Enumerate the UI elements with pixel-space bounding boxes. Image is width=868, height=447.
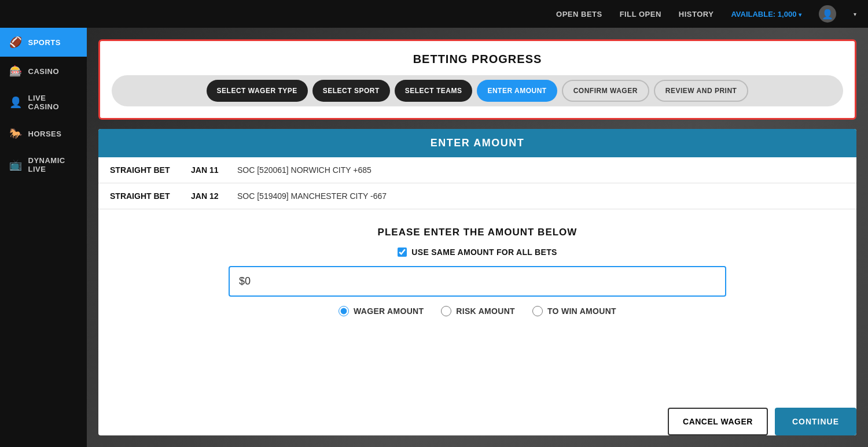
- sidebar-item-label-live-casino: LIVE CASINO: [28, 94, 78, 111]
- bet-desc-1: SOC [520061] NORWICH CITY +685: [237, 165, 372, 175]
- steps-row: SELECT WAGER TYPE SELECT SPORT SELECT TE…: [112, 75, 843, 106]
- bet-date-2: JAN 12: [191, 191, 226, 201]
- sidebar-item-dynamic-live[interactable]: 📺 DYNAMIC LIVE: [0, 148, 87, 182]
- sports-icon: 🏈: [9, 36, 23, 49]
- radio-risk-amount[interactable]: RISK AMOUNT: [441, 306, 515, 316]
- radio-wager-amount[interactable]: WAGER AMOUNT: [339, 306, 424, 316]
- betting-progress-box: BETTING PROGRESS SELECT WAGER TYPE SELEC…: [98, 39, 856, 120]
- sidebar-item-live-casino[interactable]: 👤 LIVE CASINO: [0, 86, 87, 119]
- please-enter-title: PLEASE ENTER THE AMOUNT BELOW: [378, 227, 578, 238]
- amount-input[interactable]: [229, 266, 726, 297]
- footer-buttons: CANCEL WAGER CONTINUE: [98, 396, 856, 435]
- enter-amount-panel: ENTER AMOUNT STRAIGHT BET JAN 11 SOC [52…: [98, 129, 856, 435]
- step-select-teams[interactable]: SELECT TEAMS: [395, 80, 473, 102]
- available-balance: AVAILABLE: 1,000 ▾: [731, 10, 801, 19]
- bet-desc-2: SOC [519409] MANCHESTER CITY -667: [237, 191, 387, 201]
- sidebar-item-horses[interactable]: 🐎 HORSES: [0, 119, 87, 148]
- user-avatar[interactable]: 👤: [819, 5, 836, 23]
- sidebar-item-label-horses: HORSES: [28, 130, 62, 138]
- user-dropdown-arrow[interactable]: ▾: [854, 11, 856, 17]
- live-casino-icon: 👤: [9, 96, 23, 109]
- content-wrapper: BETTING PROGRESS SELECT WAGER TYPE SELEC…: [87, 28, 868, 447]
- fill-open-nav[interactable]: FILL OPEN: [620, 10, 661, 19]
- top-navigation: OPEN BETS FILL OPEN HISTORY AVAILABLE: 1…: [0, 0, 868, 28]
- radio-risk-amount-label: RISK AMOUNT: [456, 306, 515, 316]
- sidebar-item-label-casino: CASINO: [28, 67, 60, 76]
- radio-to-win-amount-label: TO WIN AMOUNT: [547, 306, 616, 316]
- radio-to-win-amount-input[interactable]: [532, 306, 543, 316]
- history-nav[interactable]: HISTORY: [679, 10, 714, 19]
- casino-icon: 🎰: [9, 65, 23, 77]
- radio-risk-amount-input[interactable]: [441, 306, 451, 316]
- bet-row-2: STRAIGHT BET JAN 12 SOC [519409] MANCHES…: [98, 183, 856, 209]
- same-amount-checkbox[interactable]: [398, 247, 407, 257]
- amount-section: PLEASE ENTER THE AMOUNT BELOW USE SAME A…: [98, 209, 856, 328]
- step-review-and-print[interactable]: REVIEW AND PRINT: [654, 80, 749, 102]
- sidebar-item-sports[interactable]: 🏈 SPORTS: [0, 28, 87, 57]
- open-bets-nav[interactable]: OPEN BETS: [556, 10, 602, 19]
- continue-button[interactable]: CONTINUE: [775, 408, 856, 435]
- enter-amount-header: ENTER AMOUNT: [98, 129, 856, 157]
- bet-row-1: STRAIGHT BET JAN 11 SOC [520061] NORWICH…: [98, 157, 856, 183]
- bet-date-1: JAN 11: [191, 165, 226, 175]
- step-enter-amount[interactable]: ENTER AMOUNT: [477, 80, 557, 102]
- horses-icon: 🐎: [9, 127, 23, 140]
- same-amount-label: USE SAME AMOUNT FOR ALL BETS: [411, 247, 557, 257]
- same-amount-row: USE SAME AMOUNT FOR ALL BETS: [398, 247, 557, 257]
- bet-type-1: STRAIGHT BET: [110, 165, 179, 175]
- sidebar-item-casino[interactable]: 🎰 CASINO: [0, 57, 87, 86]
- radio-row: WAGER AMOUNT RISK AMOUNT TO WIN AMOUNT: [339, 306, 616, 316]
- sidebar: 🏈 SPORTS 🎰 CASINO 👤 LIVE CASINO 🐎 HORSES…: [0, 28, 87, 447]
- main-layout: 🏈 SPORTS 🎰 CASINO 👤 LIVE CASINO 🐎 HORSES…: [0, 28, 868, 447]
- sidebar-item-label-sports: SPORTS: [28, 38, 61, 47]
- radio-wager-amount-input[interactable]: [339, 306, 349, 316]
- radio-to-win-amount[interactable]: TO WIN AMOUNT: [532, 306, 616, 316]
- step-confirm-wager[interactable]: CONFIRM WAGER: [562, 80, 649, 102]
- balance-dropdown-arrow[interactable]: ▾: [799, 12, 801, 18]
- betting-progress-title: BETTING PROGRESS: [112, 53, 843, 66]
- dynamic-live-icon: 📺: [9, 158, 23, 171]
- radio-wager-amount-label: WAGER AMOUNT: [354, 306, 424, 316]
- step-select-sport[interactable]: SELECT SPORT: [312, 80, 390, 102]
- bet-type-2: STRAIGHT BET: [110, 191, 179, 201]
- cancel-wager-button[interactable]: CANCEL WAGER: [668, 408, 768, 435]
- step-select-wager-type[interactable]: SELECT WAGER TYPE: [207, 80, 308, 102]
- main-content: BETTING PROGRESS SELECT WAGER TYPE SELEC…: [87, 28, 868, 447]
- sidebar-item-label-dynamic-live: DYNAMIC LIVE: [28, 156, 78, 173]
